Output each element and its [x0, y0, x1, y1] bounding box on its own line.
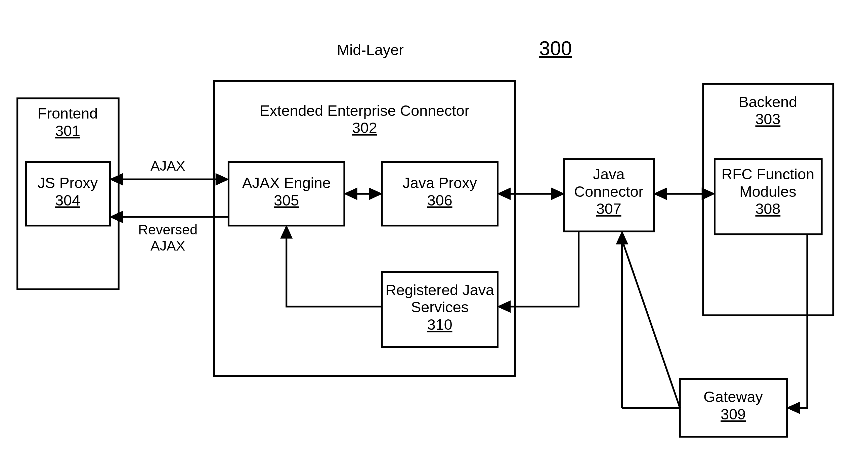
java-connector-num: 307	[596, 200, 621, 217]
js-proxy-title: JS Proxy	[38, 174, 98, 191]
figure-number: 300	[539, 37, 572, 59]
ajax-engine-title: AJAX Engine	[242, 174, 331, 191]
connector-jsproxy-ajax	[110, 173, 228, 185]
java-proxy-title: Java Proxy	[403, 174, 477, 191]
connector-gateway-jconn	[622, 240, 680, 408]
svg-marker-12	[654, 188, 667, 199]
backend-num: 303	[755, 110, 781, 127]
diagram-canvas: Mid-Layer 300 Frontend 301 JS Proxy 304 …	[0, 0, 868, 452]
gateway-num: 309	[720, 406, 746, 422]
java-connector-title-2: Connector	[574, 183, 644, 200]
rfc-title-2: Modules	[739, 183, 796, 200]
rjs-num: 310	[427, 316, 453, 333]
java-connector-title-1: Java	[593, 166, 625, 182]
gateway-title: Gateway	[704, 388, 763, 405]
reversed-ajax-label: AJAX	[151, 238, 185, 254]
svg-marker-10	[552, 188, 564, 199]
eec-title: Extended Enterprise Connector	[260, 102, 470, 119]
frontend-title: Frontend	[38, 105, 98, 122]
svg-marker-17	[616, 231, 628, 244]
backend-title: Backend	[739, 93, 797, 110]
ajax-label: AJAX	[151, 158, 185, 173]
rjs-title-2: Services	[411, 298, 469, 315]
ajax-engine-num: 305	[274, 192, 299, 208]
connector-reversed-ajax	[110, 211, 228, 223]
mid-layer-label: Mid-Layer	[337, 41, 404, 58]
svg-marker-19	[787, 402, 800, 413]
rfc-title-1: RFC Function	[721, 166, 814, 182]
connector-jconn-rfc	[654, 188, 715, 199]
eec-num: 302	[352, 119, 377, 136]
rfc-num: 308	[755, 200, 781, 217]
reversed-label: Reversed	[138, 222, 197, 237]
java-proxy-num: 306	[427, 192, 453, 208]
frontend-num: 301	[55, 122, 80, 139]
rjs-title-1: Registered Java	[385, 282, 494, 298]
js-proxy-num: 304	[55, 192, 80, 208]
connector-javaproxy-jconn	[497, 188, 564, 199]
